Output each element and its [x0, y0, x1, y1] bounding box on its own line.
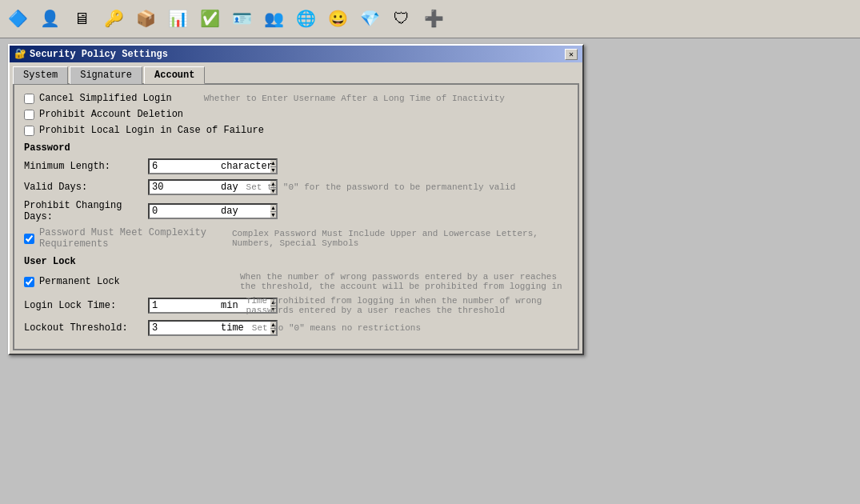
- globe2-icon[interactable]: 🌐: [293, 6, 318, 32]
- gem-icon[interactable]: 💎: [357, 6, 382, 32]
- toolbar: 🔷 👤 🖥 🔑 📦 📊 ✅ 🪪 👥 🌐 😀 💎 🛡 ➕: [0, 0, 860, 38]
- key-icon[interactable]: 🔑: [101, 6, 126, 32]
- box-icon[interactable]: 📦: [133, 6, 158, 32]
- people-icon[interactable]: 👥: [261, 6, 286, 32]
- id-card-icon[interactable]: 🪪: [229, 6, 254, 32]
- face-icon[interactable]: 😀: [325, 6, 350, 32]
- network-icon[interactable]: 🖥: [69, 6, 94, 32]
- chart-icon[interactable]: 📊: [165, 6, 190, 32]
- plus-icon[interactable]: ➕: [421, 6, 446, 32]
- shield-icon[interactable]: 🛡: [389, 6, 414, 32]
- person-icon[interactable]: 👤: [37, 6, 62, 32]
- checklist-icon[interactable]: ✅: [197, 6, 222, 32]
- diamond-icon[interactable]: 🔷: [5, 6, 30, 32]
